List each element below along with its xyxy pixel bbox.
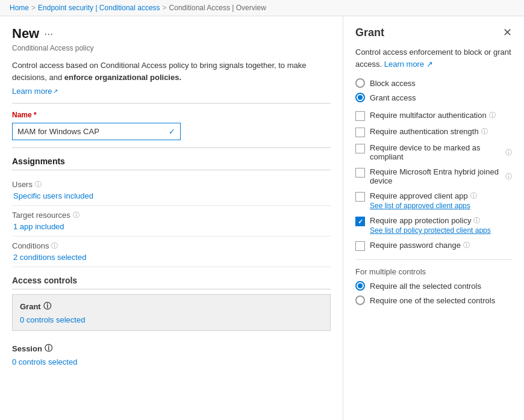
require-one-label: Require one of the selected controls bbox=[370, 296, 495, 305]
conditions-value[interactable]: 2 conditions selected bbox=[12, 253, 331, 262]
access-type-radio-group: Block access Grant access bbox=[355, 78, 512, 102]
require-all-label: Require all the selected controls bbox=[370, 282, 481, 291]
approved-app-info-icon[interactable]: ⓘ bbox=[470, 191, 477, 200]
name-field-label: Name * bbox=[12, 111, 331, 119]
page-title: New bbox=[12, 26, 39, 42]
target-resources-label: Target resources bbox=[12, 211, 70, 220]
app-protection-checkbox[interactable] bbox=[355, 217, 365, 226]
auth-strength-info-icon[interactable]: ⓘ bbox=[481, 127, 488, 136]
users-row: Users ⓘ Specific users included bbox=[12, 175, 331, 206]
breadcrumb-home[interactable]: Home bbox=[10, 4, 29, 12]
learn-more-link[interactable]: Learn more bbox=[12, 87, 58, 96]
ellipsis-menu-button[interactable]: ··· bbox=[44, 28, 53, 40]
conditions-info-icon[interactable]: ⓘ bbox=[51, 241, 58, 250]
grant-access-radio-circle bbox=[355, 93, 365, 102]
grant-controls-value[interactable]: 0 controls selected bbox=[20, 315, 323, 324]
checkbox-mfa: Require multifactor authentication ⓘ bbox=[355, 111, 512, 121]
mfa-checkbox[interactable] bbox=[355, 111, 365, 121]
auth-strength-checkbox[interactable] bbox=[355, 128, 365, 137]
assignments-header: Assignments bbox=[12, 156, 331, 170]
left-panel: New ··· Conditional Access policy Contro… bbox=[0, 16, 343, 420]
compliant-checkbox[interactable] bbox=[355, 144, 365, 153]
multiple-controls-title: For multiple controls bbox=[355, 267, 512, 276]
users-label: Users bbox=[12, 180, 33, 189]
mfa-info-icon[interactable]: ⓘ bbox=[489, 111, 496, 120]
users-value[interactable]: Specific users included bbox=[12, 191, 331, 200]
require-one-radio[interactable]: Require one of the selected controls bbox=[355, 295, 512, 305]
checkbox-auth-strength: Require authentication strength ⓘ bbox=[355, 127, 512, 137]
target-resources-row: Target resources ⓘ 1 app included bbox=[12, 206, 331, 236]
approved-app-checkbox[interactable] bbox=[355, 192, 365, 202]
checkbox-approved-app: Require approved client app ⓘ See list o… bbox=[355, 191, 512, 210]
require-one-radio-circle bbox=[355, 295, 365, 305]
approved-app-link[interactable]: See list of approved client apps bbox=[370, 202, 512, 210]
conditions-label: Conditions bbox=[12, 241, 49, 250]
app-protection-info-icon[interactable]: ⓘ bbox=[473, 216, 480, 225]
breadcrumb-endpoint[interactable]: Endpoint security | Conditional access bbox=[38, 4, 160, 12]
block-access-label: Block access bbox=[370, 79, 416, 88]
breadcrumb-current: Conditional Access | Overview bbox=[169, 4, 266, 12]
target-value[interactable]: 1 app included bbox=[12, 222, 331, 231]
grant-checkbox-list: Require multifactor authentication ⓘ Req… bbox=[355, 111, 512, 251]
grant-info-icon[interactable]: ⓘ bbox=[43, 301, 51, 312]
mfa-label: Require multifactor authentication bbox=[370, 111, 487, 120]
checkbox-pwd-change: Require password change ⓘ bbox=[355, 241, 512, 251]
require-all-radio[interactable]: Require all the selected controls bbox=[355, 281, 512, 291]
session-controls-value[interactable]: 0 controls selected bbox=[12, 357, 331, 366]
app-protection-link[interactable]: See list of policy protected client apps bbox=[370, 226, 512, 235]
conditions-row: Conditions ⓘ 2 conditions selected bbox=[12, 236, 331, 267]
breadcrumb: Home > Endpoint security | Conditional a… bbox=[0, 0, 524, 16]
access-controls-title: Access controls bbox=[12, 276, 331, 289]
session-info-icon[interactable]: ⓘ bbox=[45, 343, 52, 354]
multiple-controls-section: For multiple controls Require all the se… bbox=[355, 259, 512, 305]
checkbox-compliant: Require device to be marked as compliant… bbox=[355, 143, 512, 161]
users-info-icon[interactable]: ⓘ bbox=[35, 180, 42, 189]
grant-panel-title: Grant bbox=[355, 26, 384, 39]
approved-app-label: Require approved client app bbox=[370, 191, 468, 200]
grant-block[interactable]: Grant ⓘ 0 controls selected bbox=[12, 294, 331, 331]
checkbox-app-protection: Require app protection policy ⓘ See list… bbox=[355, 216, 512, 235]
grant-access-label: Grant access bbox=[370, 93, 416, 102]
pwd-change-label: Require password change bbox=[370, 241, 461, 250]
hybrid-label: Require Microsoft Entra hybrid joined de… bbox=[370, 167, 503, 185]
check-icon: ✓ bbox=[169, 127, 175, 136]
access-controls-section: Access controls Grant ⓘ 0 controls selec… bbox=[12, 276, 331, 372]
auth-strength-label: Require authentication strength bbox=[370, 127, 479, 136]
pwd-change-info-icon[interactable]: ⓘ bbox=[463, 241, 470, 250]
app-protection-label: Require app protection policy bbox=[370, 216, 471, 225]
session-block: Session ⓘ 0 controls selected bbox=[12, 337, 331, 372]
pwd-change-checkbox[interactable] bbox=[355, 241, 365, 251]
require-all-radio-circle bbox=[355, 281, 365, 291]
block-access-radio-circle bbox=[355, 78, 365, 88]
page-subtitle: Conditional Access policy bbox=[12, 44, 331, 52]
session-label: Session bbox=[12, 344, 42, 353]
hybrid-checkbox[interactable] bbox=[355, 168, 365, 178]
grant-block-label: Grant bbox=[20, 302, 41, 311]
name-input[interactable]: MAM for Windows CAP ✓ bbox=[12, 123, 181, 140]
compliant-info-icon[interactable]: ⓘ bbox=[505, 148, 512, 157]
grant-panel: Grant ✕ Control access enforcement to bl… bbox=[343, 16, 524, 420]
hybrid-info-icon[interactable]: ⓘ bbox=[505, 172, 512, 181]
grant-access-radio[interactable]: Grant access bbox=[355, 93, 512, 102]
grant-description: Control access enforcement to block or g… bbox=[355, 46, 512, 70]
checkbox-hybrid: Require Microsoft Entra hybrid joined de… bbox=[355, 167, 512, 185]
block-access-radio[interactable]: Block access bbox=[355, 78, 512, 88]
compliant-label: Require device to be marked as compliant bbox=[370, 143, 503, 161]
close-button[interactable]: ✕ bbox=[503, 26, 512, 39]
target-info-icon[interactable]: ⓘ bbox=[73, 211, 80, 220]
description-text: Control access based on Conditional Acce… bbox=[12, 60, 331, 83]
grant-learn-more-link[interactable]: Learn more ↗ bbox=[384, 60, 433, 69]
